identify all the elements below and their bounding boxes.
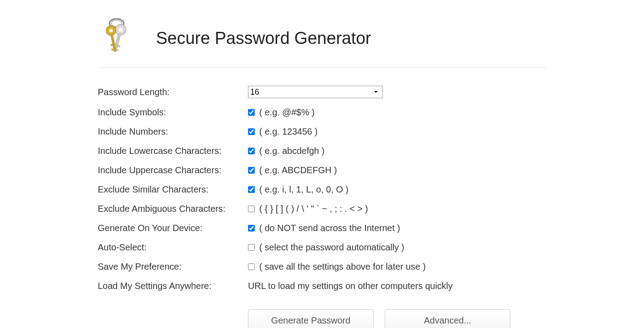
include-uppercase-checkbox[interactable] bbox=[248, 167, 255, 174]
label-include-lowercase: Include Lowercase Characters: bbox=[98, 146, 248, 156]
header: Secure Password Generator bbox=[98, 9, 546, 68]
svg-rect-11 bbox=[111, 48, 113, 51]
include-numbers-checkbox[interactable] bbox=[248, 128, 255, 135]
label-include-symbols: Include Symbols: bbox=[98, 107, 248, 118]
label-save-preference: Save My Preference: bbox=[98, 262, 248, 272]
row-auto-select: Auto-Select: ( select the password autom… bbox=[98, 238, 546, 257]
generate-local-checkbox[interactable] bbox=[248, 225, 255, 232]
label-exclude-ambiguous: Exclude Ambiguous Characters: bbox=[98, 204, 248, 214]
save-preference-checkbox[interactable] bbox=[248, 263, 255, 270]
label-include-numbers: Include Numbers: bbox=[98, 127, 248, 137]
password-length-select[interactable]: 16 bbox=[248, 86, 383, 98]
row-exclude-similar: Exclude Similar Characters: ( e.g. i, l,… bbox=[98, 180, 546, 199]
hint-auto-select: ( select the password automatically ) bbox=[259, 242, 404, 253]
label-password-length: Password Length: bbox=[98, 87, 248, 97]
hint-include-lowercase: ( e.g. abcdefgh ) bbox=[259, 146, 325, 156]
auto-select-checkbox[interactable] bbox=[248, 244, 255, 251]
row-load-settings: Load My Settings Anywhere: URL to load m… bbox=[98, 276, 546, 296]
label-include-uppercase: Include Uppercase Characters: bbox=[98, 165, 248, 175]
hint-exclude-similar: ( e.g. i, l, 1, L, o, 0, O ) bbox=[259, 184, 348, 195]
svg-rect-10 bbox=[110, 44, 113, 46]
row-include-numbers: Include Numbers: ( e.g. 123456 ) bbox=[98, 122, 546, 141]
row-password-length: Password Length: 16 bbox=[98, 81, 546, 103]
row-include-symbols: Include Symbols: ( e.g. @#$% ) bbox=[98, 103, 546, 122]
row-include-lowercase: Include Lowercase Characters: ( e.g. abc… bbox=[98, 141, 546, 161]
row-exclude-ambiguous: Exclude Ambiguous Characters: ( { } [ ] … bbox=[98, 199, 546, 219]
hint-generate-local: ( do NOT send across the Internet ) bbox=[259, 223, 400, 233]
label-exclude-similar: Exclude Similar Characters: bbox=[98, 184, 248, 195]
include-lowercase-checkbox[interactable] bbox=[248, 148, 255, 154]
hint-include-uppercase: ( e.g. ABCDEFGH ) bbox=[259, 165, 337, 175]
svg-rect-6 bbox=[117, 49, 119, 51]
include-symbols-checkbox[interactable] bbox=[248, 109, 255, 116]
row-include-uppercase: Include Uppercase Characters: ( e.g. ABC… bbox=[98, 161, 546, 180]
keys-icon bbox=[98, 18, 134, 58]
exclude-ambiguous-checkbox[interactable] bbox=[248, 206, 255, 212]
advanced-button[interactable]: Advanced... bbox=[385, 309, 510, 328]
hint-include-symbols: ( e.g. @#$% ) bbox=[259, 107, 315, 118]
load-settings-link[interactable]: URL to load my settings on other compute… bbox=[248, 281, 453, 291]
hint-exclude-ambiguous: ( { } [ ] ( ) / \ ' " ` ~ , ; : . < > ) bbox=[259, 204, 368, 214]
row-save-preference: Save My Preference: ( save all the setti… bbox=[98, 257, 546, 276]
svg-rect-5 bbox=[117, 45, 121, 48]
page-title: Secure Password Generator bbox=[156, 29, 371, 48]
row-generate-local: Generate On Your Device: ( do NOT send a… bbox=[98, 219, 546, 238]
hint-include-numbers: ( e.g. 123456 ) bbox=[259, 127, 318, 137]
label-generate-local: Generate On Your Device: bbox=[98, 223, 248, 233]
exclude-similar-checkbox[interactable] bbox=[248, 186, 255, 193]
generate-password-button[interactable]: Generate Password bbox=[248, 309, 374, 328]
hint-save-preference: ( save all the settings above for later … bbox=[259, 262, 426, 272]
label-load-settings: Load My Settings Anywhere: bbox=[98, 281, 248, 291]
label-auto-select: Auto-Select: bbox=[98, 242, 248, 253]
